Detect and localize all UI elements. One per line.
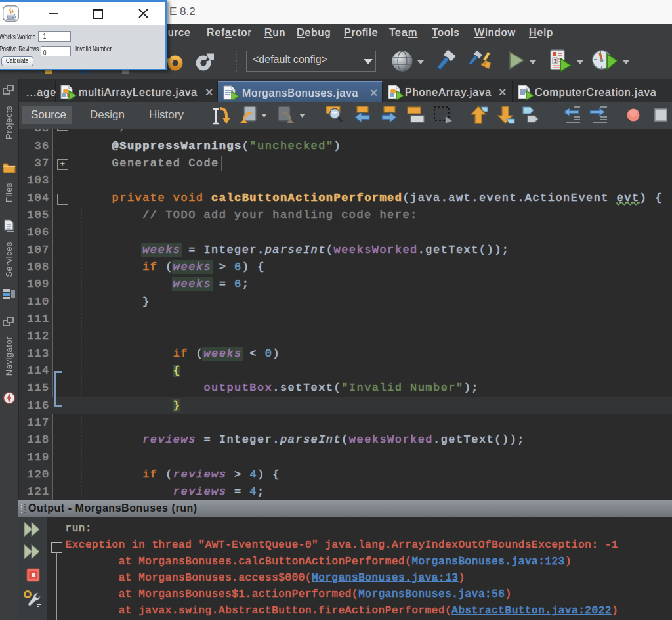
svg-text:3: 3 — [553, 58, 556, 64]
